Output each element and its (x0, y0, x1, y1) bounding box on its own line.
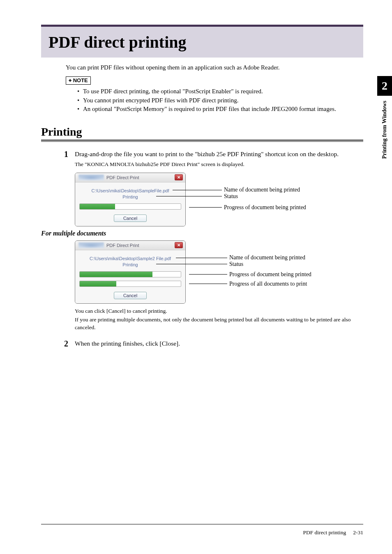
close-icon[interactable]: ✕ (175, 242, 183, 248)
dialog-2-block: PDF Direct Print ✕ C:\Users\mika\Desktop… (75, 240, 363, 304)
file-path: C:\Users\mika\Desktop\SampleFile.pdf (79, 188, 181, 193)
status-text: Printing (79, 194, 181, 199)
cancel-note-a: You can click [Cancel] to cancel printin… (75, 307, 363, 315)
callout-name: Name of document being printed (224, 187, 300, 194)
step-text: Drag-and-drop the file you want to print… (75, 150, 363, 159)
callout-progress-1: Progress of document being printed (229, 271, 311, 278)
callout-name: Name of document being printed (229, 254, 305, 261)
status-text: Printing (79, 262, 181, 267)
step-1-sub: The "KONICA MINOLTA bizhub25e PDF Direct… (75, 161, 363, 169)
progress-bar (79, 203, 181, 210)
close-icon[interactable]: ✕ (175, 174, 183, 180)
note-item: You cannot print encrypted PDF files wit… (83, 96, 238, 105)
note-item: To use PDF direct printing, the optional… (83, 87, 263, 96)
footer: PDF direct printing 2-31 (303, 529, 363, 536)
note-list: •To use PDF direct printing, the optiona… (77, 87, 363, 114)
note-item: An optional "PostScript Memory" is requi… (83, 105, 336, 114)
step-2: 2 When the printing finishes, click [Clo… (64, 339, 363, 349)
footer-title: PDF direct printing (303, 529, 346, 536)
footer-rule (41, 524, 363, 524)
progress-fill (80, 272, 152, 277)
intro-text: You can print PDF files without opening … (66, 63, 363, 72)
progress-fill (80, 281, 116, 286)
subheading-multiple: For multiple documents (41, 230, 363, 237)
dialog-1-block: PDF Direct Print ✕ C:\Users\mika\Desktop… (75, 173, 363, 226)
step-number: 1 (64, 150, 75, 159)
window-icon (78, 242, 104, 248)
callout-progress: Progress of document being printed (224, 204, 306, 211)
dialog-title: PDF Direct Print (106, 243, 139, 248)
dialog-body: C:\Users\mika\Desktop\SampleFile.pdf Pri… (75, 182, 185, 226)
step-text: When the printing finishes, click [Close… (75, 339, 363, 349)
callout-progress-2: Progress of all documents to print (229, 281, 307, 288)
file-path: C:\Users\mika\Desktop\Sample2 File.pdf (79, 256, 181, 261)
dialog-1: PDF Direct Print ✕ C:\Users\mika\Desktop… (75, 173, 186, 226)
dialog-2: PDF Direct Print ✕ C:\Users\mika\Desktop… (75, 240, 186, 304)
window-icon (78, 175, 104, 180)
footer-page: 2-31 (353, 529, 363, 536)
dialog-body: C:\Users\mika\Desktop\Sample2 File.pdf P… (75, 250, 185, 303)
callout-status: Status (224, 193, 238, 200)
callout-status: Status (229, 261, 243, 268)
progress-bar-2 (79, 281, 181, 287)
main-heading: PDF direct printing (48, 32, 356, 52)
note-label: NOTE (66, 76, 91, 85)
cancel-button[interactable]: Cancel (114, 292, 147, 299)
main-heading-box: PDF direct printing (41, 25, 363, 58)
dialog-titlebar: PDF Direct Print ✕ (75, 241, 185, 250)
dialog-title: PDF Direct Print (106, 175, 139, 180)
progress-bar-1 (79, 271, 181, 277)
dialog-titlebar: PDF Direct Print ✕ (75, 173, 185, 182)
step-1: 1 Drag-and-drop the file you want to pri… (64, 150, 363, 159)
step-number: 2 (64, 339, 75, 349)
cancel-note-b: If you are printing multiple documents, … (75, 316, 363, 332)
section-heading: Printing (41, 125, 363, 141)
progress-fill (80, 204, 115, 209)
cancel-button[interactable]: Cancel (114, 215, 147, 222)
